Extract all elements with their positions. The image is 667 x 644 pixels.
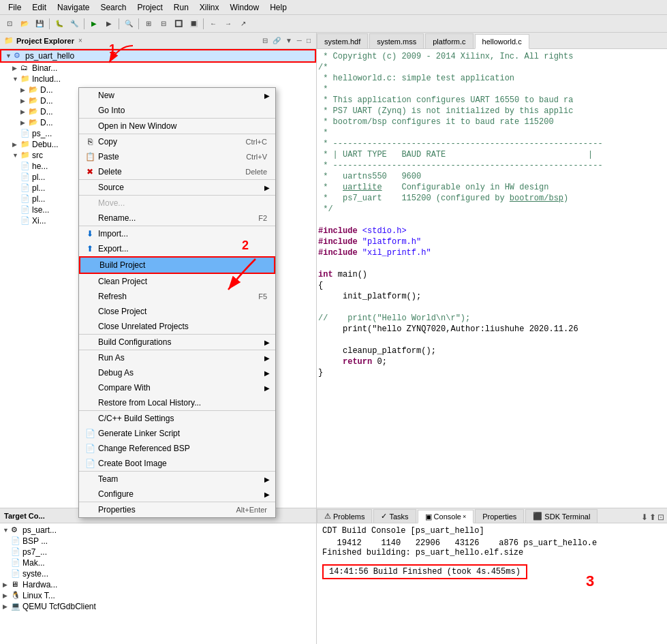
tab-tasks[interactable]: ✓ Tasks — [373, 509, 416, 523]
collapse-all-btn[interactable]: ⊟ — [261, 36, 269, 45]
toolbar-layout[interactable]: ⊞ — [142, 17, 155, 31]
tree-item-mak[interactable]: 📄 Mak... — [1, 557, 315, 568]
tree-label-pl1: pl... — [32, 172, 45, 182]
tree-item-ps-uart2[interactable]: ▼ ⚙ ps_uart... — [1, 525, 315, 536]
panel-close-x[interactable]: × — [78, 37, 82, 44]
toolbar-xilinx[interactable]: 🔲 — [172, 17, 185, 31]
menu-help[interactable]: Help — [264, 1, 292, 14]
expand-arrow-includes[interactable]: ▼ — [12, 76, 20, 82]
cm-build-configs[interactable]: Build Configurations ▶ — [79, 334, 275, 350]
cm-configure[interactable]: Configure ▶ — [79, 487, 275, 502]
expand-arrow-hw[interactable]: ▶ — [3, 581, 11, 588]
cm-run-as[interactable]: Run As ▶ — [79, 350, 275, 365]
cm-copy[interactable]: ⎘ Copy Ctrl+C — [79, 134, 275, 149]
toolbar-nav[interactable]: ↗ — [236, 17, 250, 31]
expand-arrow-ps2[interactable]: ▼ — [3, 527, 11, 534]
cm-gen-linker[interactable]: 📄 Generate Linker Script — [79, 426, 275, 441]
toolbar-xilinx2[interactable]: 🔳 — [187, 17, 200, 31]
cm-delete[interactable]: ✖ Delete Delete — [79, 164, 275, 179]
cm-clean-project[interactable]: Clean Project — [79, 274, 275, 289]
console-up-btn[interactable]: ⬆ — [649, 512, 656, 522]
expand-arrow-linux[interactable]: ▶ — [3, 592, 11, 599]
cm-open-new-window[interactable]: Open in New Window — [79, 118, 275, 134]
cm-properties[interactable]: Properties Alt+Enter — [79, 502, 275, 517]
expand-arrow-binaries[interactable]: ▶ — [12, 65, 20, 72]
expand-arrow-d2[interactable]: ▶ — [20, 97, 29, 104]
minimize-btn[interactable]: ─ — [296, 36, 303, 45]
tree-item-hardware[interactable]: ▶ 🖥 Hardwa... — [1, 579, 315, 590]
tree-item-ps7[interactable]: 📄 ps7_... — [1, 547, 315, 557]
toolbar-open[interactable]: 📂 — [18, 17, 31, 31]
menu-file[interactable]: File — [3, 1, 27, 14]
cm-close-project[interactable]: Close Project — [79, 304, 275, 319]
toolbar-save[interactable]: 💾 — [33, 17, 46, 31]
cm-close-unrelated[interactable]: Close Unrelated Projects — [79, 319, 275, 334]
cm-create-boot[interactable]: 📄 Create Boot Image — [79, 456, 275, 471]
cm-debug-as[interactable]: Debug As ▶ — [79, 365, 275, 380]
cm-source[interactable]: Source ▶ — [79, 179, 275, 195]
tab-console[interactable]: ▣ Console × — [418, 510, 474, 523]
tree-item-includes[interactable]: ▼ 📁 Includ... — [0, 74, 316, 85]
toolbar-run2[interactable]: ▶ — [102, 17, 116, 31]
expand-arrow-debug[interactable]: ▶ — [12, 141, 20, 148]
cm-refresh[interactable]: Refresh F5 — [79, 289, 275, 304]
view-menu-btn[interactable]: ▼ — [284, 36, 294, 45]
tree-item-qemu[interactable]: ▶ 💻 QEMU TcfGdbClient — [1, 601, 315, 612]
tree-item-binaries[interactable]: ▶ 🗂 Binar... — [0, 63, 316, 74]
cm-rename[interactable]: Rename... F2 — [79, 211, 275, 226]
cm-import[interactable]: ⬇ Import... — [79, 226, 275, 241]
toolbar-new[interactable]: ⊡ — [3, 17, 16, 31]
code-content-return: return 0; — [318, 357, 666, 368]
tab-helloworld-c[interactable]: helloworld.c — [475, 34, 529, 49]
target-tree[interactable]: ▼ ⚙ ps_uart... 📄 BSP ... 📄 ps7_... 📄 — [0, 523, 316, 613]
toolbar-debug[interactable]: 🐛 — [52, 17, 66, 31]
expand-arrow-d4[interactable]: ▶ — [20, 119, 29, 126]
tree-item-bsp[interactable]: 📄 BSP ... — [1, 536, 315, 547]
tab-platform-c[interactable]: platform.c — [425, 33, 473, 48]
toolbar-tools[interactable]: 🔧 — [67, 17, 81, 31]
menu-xilinx[interactable]: Xilinx — [194, 1, 225, 14]
tab-system-hdf[interactable]: system.hdf — [317, 33, 368, 48]
console-clear-btn[interactable]: ⊡ — [657, 512, 664, 522]
expand-arrow-qemu[interactable]: ▶ — [3, 603, 11, 610]
toolbar-prev[interactable]: ← — [206, 17, 220, 31]
cm-team[interactable]: Team ▶ — [79, 471, 275, 487]
toolbar-layout2[interactable]: ⊟ — [157, 17, 170, 31]
link-with-editor-btn[interactable]: 🔗 — [271, 36, 282, 45]
menu-search[interactable]: Search — [95, 1, 131, 14]
cm-restore[interactable]: Restore from Local History... — [79, 395, 275, 410]
code-editor[interactable]: * Copyright (c) 2009 - 2014 Xilinx, Inc.… — [317, 49, 667, 508]
expand-arrow-d3[interactable]: ▶ — [20, 108, 29, 115]
cm-build-project[interactable]: Build Project — [79, 256, 275, 274]
menu-edit[interactable]: Edit — [27, 1, 52, 14]
cm-paste[interactable]: 📋 Paste Ctrl+V — [79, 149, 275, 164]
cm-change-bsp[interactable]: 📄 Change Referenced BSP — [79, 441, 275, 456]
cm-new[interactable]: ▶ New — [79, 88, 275, 103]
cm-export[interactable]: ⬆ Export... — [79, 241, 275, 256]
tab-system-mss[interactable]: system.mss — [369, 33, 424, 48]
toolbar-run[interactable]: ▶ — [87, 17, 101, 31]
expand-arrow-d1[interactable]: ▶ — [20, 87, 29, 93]
expand-arrow-src[interactable]: ▼ — [12, 152, 20, 159]
cm-go-into[interactable]: Go Into — [79, 103, 275, 118]
cm-compare-with[interactable]: Compare With ▶ — [79, 380, 275, 395]
menu-navigate[interactable]: Navigate — [52, 1, 95, 14]
tree-item-syste[interactable]: 📄 syste... — [1, 568, 315, 579]
tree-item-ps-uart-hello[interactable]: ▼ ⚙ ps_uart_hello — [0, 49, 316, 63]
tab-properties[interactable]: Properties — [475, 509, 524, 523]
console-close-x[interactable]: × — [463, 513, 466, 520]
cm-refresh-label: Refresh — [98, 292, 127, 301]
cm-cpp-build[interactable]: C/C++ Build Settings — [79, 410, 275, 426]
expand-arrow-0[interactable]: ▼ — [5, 52, 14, 59]
console-down-btn[interactable]: ⬇ — [641, 512, 648, 522]
toolbar-search[interactable]: 🔍 — [122, 17, 136, 31]
maximize-btn[interactable]: □ — [305, 36, 312, 45]
tab-problems[interactable]: ⚠ Problems — [317, 509, 372, 523]
tree-item-linux[interactable]: ▶ 🐧 Linux T... — [1, 590, 315, 601]
toolbar-next[interactable]: → — [221, 17, 235, 31]
tab-sdk-terminal[interactable]: ⬛ SDK Terminal — [525, 509, 598, 523]
menu-run[interactable]: Run — [168, 1, 194, 14]
menu-window[interactable]: Window — [225, 1, 265, 14]
menu-project[interactable]: Project — [131, 1, 168, 14]
tab-helloworld-c-label: helloworld.c — [482, 37, 522, 46]
